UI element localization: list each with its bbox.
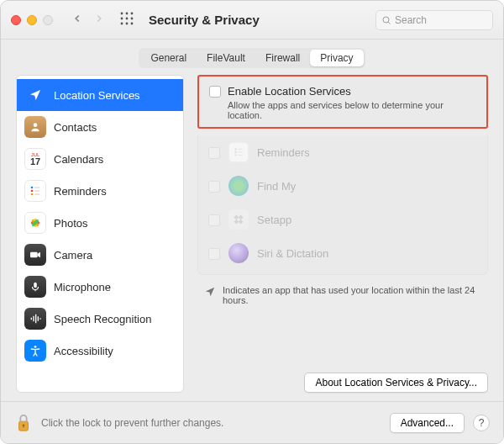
app-row-siri[interactable]: Siri & Dictation [198, 236, 487, 270]
sidebar-item-label: Accessibility [54, 345, 113, 357]
app-checkbox[interactable] [208, 181, 220, 193]
show-all-icon[interactable] [120, 12, 134, 28]
svg-rect-38 [234, 219, 239, 225]
app-checkbox[interactable] [208, 214, 220, 226]
back-button[interactable] [71, 13, 83, 27]
svg-rect-42 [23, 425, 24, 427]
sidebar-item-label: Microphone [54, 281, 111, 293]
location-arrow-icon [204, 286, 216, 298]
svg-rect-39 [239, 219, 244, 225]
reminders-icon [24, 180, 46, 202]
about-location-button[interactable]: About Location Services & Privacy... [304, 373, 488, 393]
sidebar-item-photos[interactable]: Photos [17, 207, 183, 239]
sidebar-item-label: Contacts [54, 121, 97, 134]
svg-point-1 [126, 13, 129, 15]
search-icon [381, 15, 391, 25]
svg-rect-23 [34, 283, 37, 288]
sidebar-item-reminders[interactable]: Reminders [17, 175, 183, 207]
sidebar-item-label: Location Services [54, 89, 140, 102]
traffic-lights [11, 15, 53, 25]
zoom-window-button[interactable] [43, 15, 53, 25]
sidebar-item-label: Photos [54, 217, 87, 230]
advanced-button[interactable]: Advanced... [390, 413, 465, 433]
photos-icon [24, 212, 46, 234]
tab-filevault[interactable]: FileVault [197, 50, 255, 66]
legend-text: Indicates an app that has used your loca… [223, 285, 485, 305]
about-button-wrap: About Location Services & Privacy... [197, 364, 488, 393]
accessibility-icon [24, 340, 46, 362]
svg-point-9 [383, 17, 389, 23]
sidebar-item-calendars[interactable]: JUL17 Calendars [17, 143, 183, 175]
sidebar-item-label: Speech Recognition [54, 313, 151, 325]
svg-point-12 [31, 187, 34, 189]
main-panel: Enable Location Services Allow the apps … [197, 75, 488, 393]
lock-icon[interactable] [14, 412, 33, 434]
sidebar-item-label: Calendars [54, 153, 103, 166]
app-label: Setapp [257, 214, 291, 226]
search-field[interactable]: Search [375, 10, 493, 30]
enable-location-label: Enable Location Services [228, 85, 351, 98]
svg-line-10 [388, 22, 390, 24]
minimize-window-button[interactable] [27, 15, 37, 25]
svg-rect-36 [234, 214, 239, 219]
sidebar-item-label: Reminders [54, 185, 107, 198]
tab-bar: General FileVault Firewall Privacy [1, 40, 503, 75]
lock-text: Click the lock to prevent further change… [41, 417, 223, 429]
window-title: Security & Privacy [149, 13, 260, 27]
microphone-icon [24, 276, 46, 298]
reminders-icon [228, 142, 249, 162]
camera-icon [24, 244, 46, 266]
content-area: Location Services Contacts JUL17 Calenda… [1, 75, 503, 401]
enable-location-checkbox[interactable] [209, 86, 221, 98]
app-label: Siri & Dictation [257, 247, 328, 260]
app-list: Reminders Find My Setapp S [197, 135, 488, 275]
svg-point-0 [121, 13, 123, 15]
sidebar-item-label: Camera [54, 249, 92, 262]
svg-point-32 [234, 154, 236, 156]
tabs: General FileVault Firewall Privacy [139, 48, 365, 68]
svg-point-6 [121, 23, 123, 25]
sidebar-item-accessibility[interactable]: Accessibility [17, 335, 183, 367]
svg-point-29 [34, 346, 37, 348]
search-placeholder: Search [395, 14, 427, 26]
privacy-sidebar: Location Services Contacts JUL17 Calenda… [16, 75, 184, 393]
enable-location-highlight: Enable Location Services Allow the apps … [197, 75, 488, 129]
location-icon [24, 84, 46, 106]
location-usage-legend: Indicates an app that has used your loca… [197, 282, 488, 305]
setapp-icon [228, 209, 249, 230]
app-label: Reminders [257, 146, 310, 159]
app-label: Find My [257, 180, 296, 193]
tab-privacy[interactable]: Privacy [310, 50, 363, 66]
svg-point-8 [131, 23, 134, 25]
preferences-window: Security & Privacy Search General FileVa… [0, 0, 504, 444]
app-checkbox[interactable] [208, 248, 220, 260]
speech-icon [24, 308, 46, 330]
svg-point-30 [234, 148, 236, 150]
svg-point-14 [31, 193, 34, 196]
svg-point-5 [131, 18, 134, 20]
svg-point-31 [234, 151, 236, 153]
footer: Click the lock to prevent further change… [1, 401, 503, 443]
svg-point-11 [34, 123, 38, 127]
help-button[interactable]: ? [473, 415, 490, 431]
app-row-reminders[interactable]: Reminders [198, 135, 487, 169]
sidebar-item-camera[interactable]: Camera [17, 239, 183, 271]
svg-point-4 [126, 18, 129, 20]
sidebar-item-speech-recognition[interactable]: Speech Recognition [17, 303, 183, 335]
svg-point-3 [121, 18, 123, 20]
close-window-button[interactable] [11, 15, 21, 25]
forward-button[interactable] [93, 13, 105, 27]
app-row-setapp[interactable]: Setapp [198, 203, 487, 236]
svg-rect-22 [30, 252, 38, 258]
svg-point-13 [31, 190, 34, 193]
tab-general[interactable]: General [140, 50, 197, 66]
contacts-icon [24, 116, 46, 138]
sidebar-item-microphone[interactable]: Microphone [17, 271, 183, 303]
calendar-icon: JUL17 [24, 148, 46, 170]
sidebar-item-contacts[interactable]: Contacts [17, 111, 183, 143]
sidebar-item-location-services[interactable]: Location Services [17, 79, 183, 111]
app-row-find-my[interactable]: Find My [198, 169, 487, 203]
tab-firewall[interactable]: Firewall [255, 50, 310, 66]
app-checkbox[interactable] [208, 147, 220, 159]
siri-icon [228, 243, 249, 263]
